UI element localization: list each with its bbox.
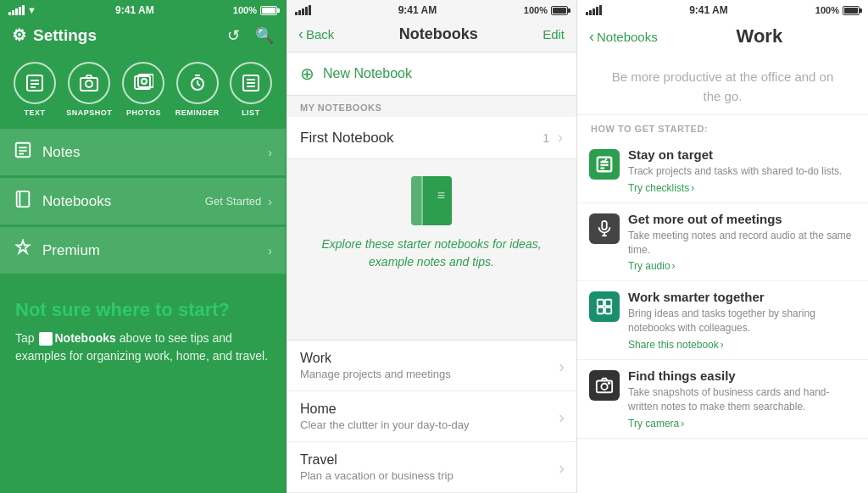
type-icons-row: TEXT SNAPSHOT PHOTOS bbox=[0, 53, 286, 129]
tip-content-find: Find things easily Take snapshots of bus… bbox=[628, 368, 856, 429]
battery-percent-3: 100% bbox=[815, 5, 839, 15]
type-icon-text[interactable]: TEXT bbox=[14, 62, 56, 117]
starter-notebook-icon bbox=[411, 176, 452, 225]
tip-title-smarter: Work smarter together bbox=[628, 290, 856, 304]
svg-rect-31 bbox=[605, 300, 611, 306]
snapshot-icon-circle bbox=[68, 62, 110, 104]
text-label: TEXT bbox=[25, 108, 46, 117]
work-title: Work bbox=[300, 351, 563, 366]
premium-label: Premium bbox=[42, 242, 100, 259]
share-notebook-link[interactable]: Share this notebook bbox=[628, 339, 856, 351]
try-checklists-link[interactable]: Try checklists bbox=[628, 182, 856, 194]
status-bar-3: 9:41 AM 100% bbox=[577, 0, 868, 20]
svg-line-11 bbox=[198, 84, 200, 86]
tip-stay-on-target[interactable]: Stay on target Track projects and tasks … bbox=[577, 139, 868, 203]
starter-text: Explore these starter notebooks for idea… bbox=[300, 235, 563, 271]
tip-title-meetings: Get more out of meetings bbox=[628, 212, 856, 226]
svg-rect-32 bbox=[598, 307, 604, 313]
notes-item-left: Notes bbox=[14, 141, 80, 163]
signal-icon bbox=[8, 5, 25, 15]
battery-icon-3 bbox=[843, 6, 860, 15]
battery-percent-2: 100% bbox=[524, 5, 548, 15]
reminder-icon-circle bbox=[176, 62, 219, 104]
how-to-header: HOW TO GET STARTED: bbox=[577, 115, 868, 139]
starter-home[interactable]: Home Clear the clutter in your day-to-da… bbox=[287, 391, 576, 442]
settings-panel: ▼ 9:41 AM 100% ⚙ Settings ↺ 🔍 bbox=[0, 0, 287, 493]
svg-point-5 bbox=[86, 80, 92, 87]
svg-point-35 bbox=[601, 384, 607, 390]
status-right-3: 100% bbox=[815, 5, 860, 15]
notes-label: Notes bbox=[42, 144, 80, 161]
work-desc: Manage projects and meetings bbox=[300, 368, 563, 380]
work-back-btn[interactable]: ‹ Notebooks bbox=[589, 28, 658, 46]
new-notebook-label: New Notebook bbox=[323, 66, 412, 81]
work-header: ‹ Notebooks Work bbox=[577, 20, 868, 56]
type-icon-reminder[interactable]: REMINDER bbox=[175, 62, 220, 117]
status-signal-left-2 bbox=[295, 5, 311, 15]
menu-item-notebooks[interactable]: Notebooks Get Started › bbox=[0, 178, 286, 224]
try-audio-link[interactable]: Try audio bbox=[628, 260, 856, 272]
notebooks-chevron: › bbox=[268, 195, 272, 208]
tip-meetings[interactable]: Get more out of meetings Take meeting no… bbox=[577, 203, 868, 282]
type-icon-photos[interactable]: PHOTOS bbox=[122, 62, 164, 117]
battery-icon-1 bbox=[260, 6, 277, 15]
back-chevron-icon-3: ‹ bbox=[589, 28, 594, 46]
refresh-icon[interactable]: ↺ bbox=[227, 26, 240, 45]
notebooks-panel: 9:41 AM 100% ‹ Back Notebooks Edit ⊕ New… bbox=[287, 0, 577, 493]
travel-desc: Plan a vacation or business trip bbox=[300, 469, 563, 482]
notes-right: › bbox=[268, 146, 272, 159]
work-panel: 9:41 AM 100% ‹ Notebooks Work Be more pr… bbox=[577, 0, 868, 493]
svg-rect-30 bbox=[598, 300, 604, 306]
type-icon-snapshot[interactable]: SNAPSHOT bbox=[66, 62, 112, 117]
status-time-2: 9:41 AM bbox=[398, 4, 437, 16]
try-camera-link[interactable]: Try camera bbox=[628, 418, 856, 429]
status-right-1: 100% bbox=[233, 5, 277, 15]
home-desc: Clear the clutter in your day-to-day bbox=[300, 418, 563, 431]
menu-item-premium[interactable]: Premium › bbox=[0, 227, 286, 274]
work-title: Work bbox=[663, 25, 856, 47]
list-label: LIST bbox=[242, 108, 260, 117]
home-title: Home bbox=[300, 402, 563, 417]
tip-smarter[interactable]: Work smarter together Bring ideas and ta… bbox=[577, 281, 868, 360]
notebooks-title: Notebooks bbox=[399, 25, 478, 43]
search-icon[interactable]: 🔍 bbox=[255, 26, 274, 45]
settings-menu: Notes › Notebooks Get Started › bbox=[0, 129, 286, 274]
settings-header: ⚙ Settings ↺ 🔍 bbox=[0, 20, 286, 53]
plus-icon: ⊕ bbox=[300, 64, 314, 84]
tip-find[interactable]: Find things easily Take snapshots of bus… bbox=[577, 360, 868, 439]
type-icon-list[interactable]: LIST bbox=[230, 62, 272, 117]
menu-item-notes[interactable]: Notes › bbox=[0, 129, 286, 175]
tip-desc-meetings: Take meeting notes and record audio at t… bbox=[628, 229, 856, 258]
tip-content-target: Stay on target Track projects and tasks … bbox=[628, 147, 856, 194]
tip-desc-find: Take snapshots of business cards and han… bbox=[628, 385, 856, 414]
gear-icon: ⚙ bbox=[12, 25, 26, 45]
signal-icon-3 bbox=[586, 5, 602, 15]
promo-headline: Not sure where to start? bbox=[15, 299, 270, 321]
notebook-mini-icon bbox=[39, 332, 53, 346]
notebook-first[interactable]: First Notebook 1 › bbox=[287, 117, 576, 159]
svg-point-8 bbox=[142, 79, 147, 84]
share-notebook-icon bbox=[589, 291, 620, 322]
status-time-1: 9:41 AM bbox=[115, 4, 154, 16]
work-back-label: Notebooks bbox=[597, 30, 658, 44]
edit-button[interactable]: Edit bbox=[542, 27, 565, 42]
checklist-icon bbox=[589, 149, 620, 180]
svg-rect-27 bbox=[602, 221, 607, 230]
starter-work[interactable]: Work Manage projects and meetings bbox=[287, 341, 576, 391]
microphone-icon bbox=[589, 213, 620, 244]
work-intro: Be more productive at the office and on … bbox=[577, 56, 868, 115]
settings-promo: Not sure where to start? Tap Notebooks a… bbox=[0, 280, 286, 384]
starter-travel[interactable]: Travel Plan a vacation or business trip bbox=[287, 442, 576, 493]
tip-desc-smarter: Bring ideas and tasks together by sharin… bbox=[628, 307, 856, 335]
svg-rect-21 bbox=[17, 191, 30, 207]
new-notebook-button[interactable]: ⊕ New Notebook bbox=[287, 52, 576, 96]
status-right-2: 100% bbox=[524, 5, 568, 15]
settings-title: ⚙ Settings bbox=[12, 25, 97, 45]
get-started-badge: Get Started bbox=[205, 195, 261, 208]
travel-title: Travel bbox=[300, 452, 563, 468]
tip-title-target: Stay on target bbox=[628, 147, 856, 162]
list-icon-circle bbox=[230, 62, 272, 104]
reminder-label: REMINDER bbox=[175, 108, 220, 117]
svg-rect-33 bbox=[605, 307, 611, 313]
notebooks-back-btn[interactable]: ‹ Back bbox=[298, 25, 334, 43]
